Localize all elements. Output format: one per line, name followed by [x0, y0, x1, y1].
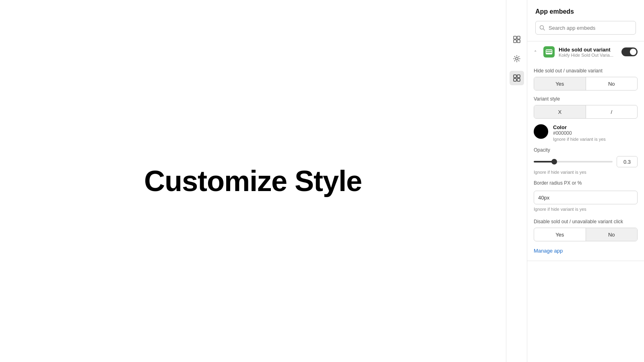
embed-name: Hide sold out variant	[559, 47, 617, 53]
chevron-up-icon[interactable]: ⌃	[534, 50, 539, 54]
svg-rect-0	[514, 36, 516, 39]
search-icon	[539, 25, 545, 31]
border-radius-hint: Ignore if hide variant is yes	[534, 207, 638, 212]
svg-rect-13	[546, 52, 552, 53]
opacity-control: 0.3	[534, 156, 638, 167]
color-label: Color	[553, 124, 606, 130]
embed-item-header: ⌃ Hide sold out variant Kokfy Hide Sold …	[527, 41, 644, 62]
opacity-label: Opacity	[534, 147, 638, 153]
svg-rect-7	[514, 78, 516, 81]
border-radius-label: Border radius PX or %	[534, 180, 638, 186]
apps-icon-button[interactable]	[510, 71, 524, 85]
opacity-input[interactable]: 0.3	[617, 156, 638, 167]
sidebar-area: App embeds ⌃	[506, 0, 644, 362]
disable-click-label: Disable sold out / unavailable variant c…	[534, 219, 638, 224]
embed-item: ⌃ Hide sold out variant Kokfy Hide Sold …	[527, 41, 644, 261]
disable-click-group: Yes No	[534, 228, 638, 241]
svg-rect-2	[514, 40, 516, 43]
svg-point-4	[516, 58, 518, 60]
opacity-row: Opacity 0.3 Ignore if hide variant is ye…	[534, 147, 638, 175]
variant-style-slash-btn[interactable]: /	[586, 105, 638, 118]
color-row: Color #000000 Ignore if hide variant is …	[534, 124, 638, 142]
embed-expanded: Hide sold out / unavaible variant Yes No…	[527, 68, 644, 261]
embeds-panel: App embeds ⌃	[527, 0, 644, 362]
layout-icon-button[interactable]	[510, 32, 524, 47]
search-input[interactable]	[535, 21, 636, 35]
hide-sold-out-no-btn[interactable]: No	[586, 77, 638, 90]
main-content: Customize Style	[0, 0, 506, 362]
panel-title: App embeds	[535, 8, 636, 15]
opacity-thumb[interactable]	[551, 159, 557, 165]
embed-info: Hide sold out variant Kokfy Hide Sold Ou…	[559, 47, 617, 58]
border-radius-input[interactable]: 40px	[534, 191, 638, 204]
variant-style-label: Variant style	[534, 96, 638, 102]
svg-rect-1	[517, 36, 520, 39]
embed-toggle[interactable]	[621, 47, 638, 56]
svg-line-10	[543, 29, 545, 31]
color-hint: Ignore if hide variant is yes	[553, 137, 606, 142]
svg-rect-12	[546, 50, 552, 51]
variant-style-x-btn[interactable]: X	[534, 105, 586, 118]
color-info: Color #000000 Ignore if hide variant is …	[553, 124, 606, 142]
opacity-hint: Ignore if hide variant is yes	[534, 170, 638, 175]
color-swatch[interactable]	[534, 124, 548, 139]
settings-icon-button[interactable]	[510, 51, 524, 66]
icon-rail	[506, 0, 527, 362]
manage-app-link[interactable]: Manage app	[534, 248, 563, 254]
page-title: Customize Style	[144, 165, 362, 197]
disable-click-yes-btn[interactable]: Yes	[534, 228, 586, 241]
opacity-slider-wrap[interactable]	[534, 158, 613, 166]
color-value: #000000	[553, 130, 606, 136]
svg-rect-3	[517, 40, 520, 43]
panel-header: App embeds	[527, 0, 644, 41]
svg-rect-5	[514, 75, 516, 78]
hide-sold-out-label: Hide sold out / unavaible variant	[534, 68, 638, 74]
embed-app-icon	[543, 46, 555, 58]
hide-sold-out-yes-btn[interactable]: Yes	[534, 77, 586, 90]
search-box	[535, 21, 636, 35]
hide-sold-out-group: Yes No	[534, 77, 638, 90]
svg-rect-6	[517, 75, 520, 78]
opacity-track	[534, 161, 613, 162]
variant-style-group: X /	[534, 105, 638, 119]
embed-subtitle: Kokfy Hide Sold Out Varia...	[559, 53, 617, 58]
svg-rect-8	[517, 78, 520, 81]
disable-click-no-btn[interactable]: No	[586, 228, 638, 241]
